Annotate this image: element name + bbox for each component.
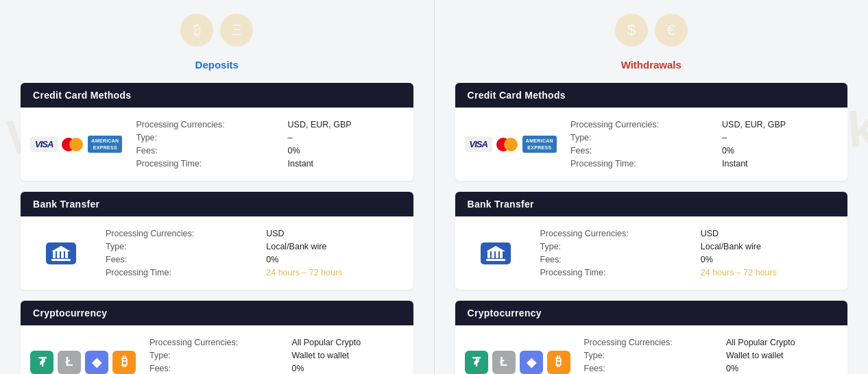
mastercard-icon [62,137,84,152]
w-bitcoin-icon: ₿ [547,351,570,374]
svg-rect-7 [492,251,494,258]
deposits-bank-transfer-body: Processing Currencies: USD Type: Local/B… [21,216,413,290]
svg-marker-4 [51,246,71,251]
svg-rect-9 [500,251,503,258]
deposits-credit-card-body: VISA AMERICANEXPRESS Processing Currenci… [21,108,413,181]
top-icon-1: ₿ [180,14,213,47]
value-fees-crypto: 0% [291,364,403,373]
withdrawals-bank-info: Processing Currencies: USD Type: Local/B… [540,229,839,277]
withdrawals-credit-card-icons: VISA AMERICANEXPRESS [465,136,557,153]
w-value-currencies-bt: USD [701,229,838,238]
deposits-bank-info: Processing Currencies: USD Type: Local/B… [106,229,404,277]
w-value-time: Instant [722,159,838,169]
label-fees: Fees: [136,146,276,155]
value-type: – [288,133,404,142]
withdrawals-crypto-card: Cryptocurrency ₮ Ł ◆ ₿ Processing Curren… [455,301,848,374]
withdrawals-crypto-header: Cryptocurrency [455,301,848,325]
svg-rect-1 [57,251,60,258]
label-time-bt: Processing Time: [106,268,255,277]
w-label-fees: Fees: [570,146,711,155]
w-label-fees-crypto: Fees: [584,364,715,373]
deposits-credit-card-info: Processing Currencies: USD, EUR, GBP Typ… [136,120,403,169]
w-label-fees-bt: Fees: [540,255,690,264]
svg-rect-3 [65,251,68,258]
w-bank-transfer-icon [481,242,511,264]
w-value-time-bt: 24 hours – 72 hours [701,268,838,277]
deposits-section: ₿ Ξ Deposits Credit Card Methods VISA AM… [0,0,434,374]
w-tether-icon: ₮ [465,351,488,374]
bank-transfer-icon [46,242,76,264]
w-label-type-crypto: Type: [584,351,715,360]
svg-marker-10 [486,246,505,251]
label-type-crypto: Type: [149,351,280,360]
withdrawals-section: $ € Withdrawals Credit Card Methods VISA… [435,0,869,374]
top-icons-deposits: ₿ Ξ [21,14,413,47]
svg-rect-0 [53,251,56,258]
tether-icon: ₮ [30,351,53,374]
ethereum-icon: ◆ [85,351,108,374]
withdrawals-credit-card-body: VISA AMERICANEXPRESS Processing Currenci… [455,108,848,181]
deposits-credit-card-card: Credit Card Methods VISA AMERICANEXPRESS… [21,83,413,181]
top-icon-2: Ξ [220,14,253,47]
svg-rect-5 [51,259,71,261]
w-label-currencies: Processing Currencies: [570,120,711,129]
top-icon-w-1: $ [615,14,648,47]
label-processing-time: Processing Time: [136,159,276,169]
w-label-currencies-bt: Processing Currencies: [540,229,690,238]
w-label-time: Processing Time: [570,159,711,169]
value-type-bt: Local/Bank wire [266,242,403,251]
value-currencies-crypto: All Popular Crypto [291,338,403,347]
w-label-currencies-crypto: Processing Currencies: [584,338,715,347]
label-type-bt: Type: [106,242,255,251]
value-fees: 0% [288,146,404,155]
value-type-crypto: Wallet to wallet [291,351,403,360]
litecoin-icon: Ł [58,351,81,374]
deposits-crypto-header: Cryptocurrency [21,301,413,325]
label-fees-bt: Fees: [106,255,255,264]
label-type: Type: [136,133,276,142]
label-fees-crypto: Fees: [149,364,280,373]
deposits-crypto-icons: ₮ Ł ◆ ₿ [30,351,136,374]
w-label-type: Type: [570,133,711,142]
withdrawals-credit-card-card: Credit Card Methods VISA AMERICANEXPRESS… [455,83,848,181]
w-value-fees-crypto: 0% [726,364,838,373]
page-container: WikiFX Wiki ₿ Ξ Deposits Credit Card Met… [0,0,868,374]
svg-rect-2 [61,251,64,258]
w-mastercard-icon [496,137,518,152]
visa-icon: VISA [30,136,58,152]
w-visa-icon: VISA [465,136,492,152]
deposits-bank-transfer-header: Bank Transfer [21,192,413,216]
value-currencies: USD, EUR, GBP [288,120,404,129]
w-litecoin-icon: Ł [492,351,516,374]
withdrawals-crypto-info: Processing Currencies: All Popular Crypt… [584,338,839,374]
w-label-type-bt: Type: [540,242,690,251]
value-currencies-bt: USD [266,229,403,238]
withdrawals-credit-card-header: Credit Card Methods [455,83,848,108]
withdrawals-crypto-body: ₮ Ł ◆ ₿ Processing Currencies: All Popul… [455,325,848,374]
withdrawals-crypto-icons: ₮ Ł ◆ ₿ [465,351,570,374]
label-currencies-crypto: Processing Currencies: [149,338,280,347]
w-ethereum-icon: ◆ [520,351,543,374]
top-icons-withdrawals: $ € [455,14,848,47]
w-amex-icon: AMERICANEXPRESS [522,136,557,153]
withdrawals-bank-transfer-icons [465,242,527,264]
deposits-crypto-card: Cryptocurrency ₮ Ł ◆ ₿ Processing Curren… [21,301,413,374]
deposits-title: Deposits [21,59,413,71]
w-value-type-crypto: Wallet to wallet [726,351,838,360]
deposits-crypto-body: ₮ Ł ◆ ₿ Processing Currencies: All Popul… [21,325,413,374]
w-value-currencies: USD, EUR, GBP [722,120,838,129]
deposits-bank-transfer-icons [30,242,92,264]
withdrawals-credit-card-info: Processing Currencies: USD, EUR, GBP Typ… [570,120,838,169]
withdrawals-bank-transfer-header: Bank Transfer [455,192,848,216]
svg-rect-6 [487,251,490,258]
value-processing-time: Instant [288,159,404,169]
svg-rect-11 [486,259,505,261]
top-icon-w-2: € [655,14,688,47]
value-time-bt: 24 hours – 72 hours [266,268,403,277]
withdrawals-bank-transfer-body: Processing Currencies: USD Type: Local/B… [455,216,848,290]
withdrawals-title: Withdrawals [455,59,848,71]
withdrawals-bank-transfer-card: Bank Transfer Proc [455,192,848,290]
svg-rect-8 [496,251,498,258]
w-value-type-bt: Local/Bank wire [701,242,838,251]
label-currencies: Processing Currencies: [136,120,276,129]
